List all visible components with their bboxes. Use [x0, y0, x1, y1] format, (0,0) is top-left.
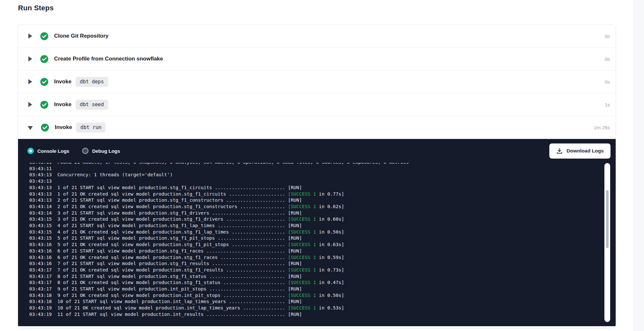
step-label: Invoke — [54, 78, 71, 85]
right-gutter — [634, 0, 644, 331]
step-label: Clone Git Repository — [54, 33, 109, 39]
run-step-row[interactable]: Create Profile from Connection snowflake… — [18, 48, 616, 70]
log-status-success: [SUCCESS 1 — [288, 229, 316, 234]
radio-selected-icon[interactable] — [27, 148, 34, 154]
console-header: Console LogsDebug LogsDownload Logs — [18, 139, 616, 163]
step-label: Invoke — [55, 124, 72, 131]
run-steps-card: Clone Git Repository0sCreate Profile fro… — [18, 24, 616, 328]
step-duration: 0s — [605, 56, 610, 62]
log-line: 03:43:13 2 of 21 START sql view model pr… — [29, 197, 616, 204]
step-duration: 2m 26s — [594, 125, 610, 130]
log-line: 03:43:13 1 of 21 START sql view model pr… — [29, 185, 616, 191]
log-line: 03:43:15 3 of 21 OK created sql view mod… — [29, 216, 616, 223]
step-duration: 1s — [605, 102, 610, 107]
step-duration: 0s — [605, 33, 610, 39]
log-tab-debug[interactable]: Debug Logs — [82, 148, 120, 154]
check-circle-icon — [41, 123, 49, 132]
check-circle-icon — [40, 55, 49, 63]
step-duration: 0s — [605, 79, 610, 85]
download-logs-label: Download Logs — [567, 148, 604, 154]
log-line: 03:43:15 4 of 21 OK created sql view mod… — [29, 229, 616, 235]
log-line: 03:43:16 6 of 21 OK created sql view mod… — [29, 254, 616, 261]
log-line: 03:43:18 10 of 21 START sql view model p… — [29, 299, 616, 305]
download-icon — [556, 148, 563, 154]
log-line: 03:43:17 7 of 21 OK created sql view mod… — [29, 267, 616, 273]
log-line: 03:43:13 Concurrency: 1 threads (target=… — [29, 172, 616, 178]
log-line: 03:43:14 3 of 21 START sql view model pr… — [29, 210, 616, 216]
log-line: 03:43:11 — [29, 166, 616, 172]
run-step-row[interactable]: Invokedbt seed1s — [18, 93, 616, 116]
run-step-row[interactable]: Invokedbt deps0s — [18, 70, 616, 93]
log-line: 03:43:11 Found 21 models, 17 tests, 0 sn… — [29, 163, 616, 166]
log-status-success: [SUCCESS 1 — [288, 242, 316, 247]
log-line: 03:43:17 8 of 21 OK created sql view mod… — [29, 280, 616, 286]
step-label: Invoke — [54, 101, 71, 108]
log-status-success: [SUCCESS 1 — [288, 267, 316, 272]
log-status-success: [SUCCESS 1 — [288, 191, 316, 197]
log-status-success: [SUCCESS 1 — [288, 255, 316, 260]
log-line: 03:43:18 9 of 21 OK created sql view mod… — [29, 292, 616, 299]
log-line: 03:43:19 11 of 21 START sql view model p… — [29, 311, 616, 318]
log-line: 03:43:13 1 of 21 OK created sql view mod… — [29, 191, 616, 198]
console-logs-panel: Console LogsDebug LogsDownload Logs03:43… — [18, 139, 616, 326]
step-command-badge: dbt run — [76, 123, 106, 133]
caret-right-icon[interactable] — [28, 79, 32, 84]
check-circle-icon — [40, 32, 49, 41]
log-tab-label: Console Logs — [37, 148, 69, 154]
log-line: 03:43:16 6 of 21 START sql view model pr… — [29, 248, 616, 254]
log-scrollbar-track[interactable] — [604, 163, 610, 322]
check-circle-icon — [40, 100, 49, 109]
console-log-viewport: 03:43:11 Found 21 models, 17 tests, 0 sn… — [29, 163, 616, 326]
log-tab-console[interactable]: Console Logs — [27, 148, 69, 154]
log-status-success: [SUCCESS 1 — [288, 204, 316, 209]
step-label: Create Profile from Connection snowflake — [54, 56, 163, 62]
caret-right-icon[interactable] — [28, 56, 32, 61]
log-line: 03:43:15 5 of 21 START sql view model pr… — [29, 235, 616, 242]
log-line: 03:43:16 5 of 21 OK created sql view mod… — [29, 242, 616, 248]
page-title: Run Steps — [18, 4, 54, 12]
run-steps-page: Run Steps Clone Git Repository0sCreate P… — [0, 0, 644, 331]
caret-down-icon[interactable] — [28, 126, 33, 130]
log-status-success: [SUCCESS 1 — [288, 280, 316, 285]
run-step-row[interactable]: Invokedbt run2m 26s — [18, 116, 616, 139]
log-line: 03:43:13 — [29, 178, 616, 185]
step-command-badge: dbt seed — [76, 100, 108, 110]
log-line: 03:43:19 10 of 21 OK created sql view mo… — [29, 305, 616, 311]
log-line: 03:43:16 7 of 21 START sql view model pr… — [29, 261, 616, 267]
radio-unselected-icon[interactable] — [82, 148, 89, 154]
step-command-badge: dbt deps — [76, 77, 108, 87]
caret-right-icon[interactable] — [28, 33, 32, 39]
log-status-success: [SUCCESS 1 — [288, 293, 316, 298]
run-step-row[interactable]: Clone Git Repository0s — [18, 25, 616, 48]
log-scrollbar-thumb[interactable] — [606, 190, 609, 248]
log-line: 03:43:17 9 of 21 START sql view model pr… — [29, 286, 616, 292]
log-line: 03:43:17 8 of 21 START sql view model pr… — [29, 273, 616, 280]
log-tab-label: Debug Logs — [92, 148, 120, 154]
download-logs-button[interactable]: Download Logs — [549, 143, 611, 159]
check-circle-icon — [40, 78, 49, 86]
caret-right-icon[interactable] — [28, 102, 32, 107]
console-log: 03:43:11 Found 21 models, 17 tests, 0 sn… — [29, 163, 616, 318]
log-status-success: [SUCCESS 1 — [288, 216, 316, 222]
log-line: 03:43:14 2 of 21 OK created sql view mod… — [29, 204, 616, 210]
log-line: 03:43:15 4 of 21 START sql view model pr… — [29, 223, 616, 229]
log-status-success: [SUCCESS 1 — [288, 305, 316, 310]
